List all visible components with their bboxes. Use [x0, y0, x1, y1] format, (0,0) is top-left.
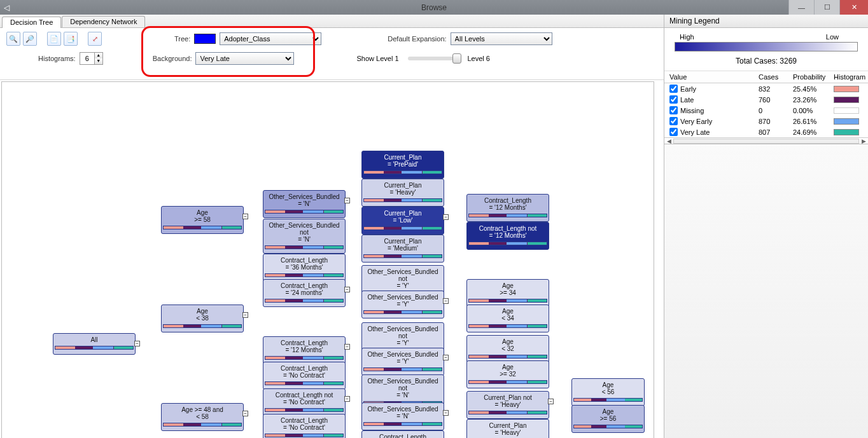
legend-item[interactable]: Very Early — [669, 117, 756, 125]
tree-node[interactable]: Contract_Length not = '12 Months' — [466, 222, 549, 250]
expand-toggle-icon[interactable]: − — [134, 341, 140, 346]
node-histogram — [363, 310, 442, 314]
legend-item[interactable]: Late — [669, 95, 756, 104]
node-label: Contract_Length not = 'No Contract' — [265, 392, 344, 406]
histograms-spinner[interactable]: ▲ ▼ — [80, 52, 103, 65]
node-label: Other_Services_Bundled = 'Y' — [363, 294, 442, 308]
legend-item[interactable]: Missing — [669, 106, 756, 114]
legend-scroll-left-icon[interactable]: ◀ — [664, 138, 673, 144]
legend-scroll-track[interactable] — [673, 139, 859, 144]
level-slider-thumb[interactable] — [452, 53, 461, 64]
col-value: Value — [669, 73, 756, 81]
default-expansion-select[interactable]: All Levels — [451, 32, 552, 45]
expand-toggle-icon[interactable]: − — [443, 355, 449, 360]
expand-toggle-icon[interactable]: − — [443, 214, 449, 220]
tree-node[interactable]: Age >= 34 — [466, 279, 549, 307]
fit-icon[interactable]: ⤢ — [88, 32, 102, 46]
tree-node[interactable]: Age >= 48 and < 58 — [161, 403, 244, 431]
legend-detail-area — [664, 144, 868, 438]
level-slider[interactable] — [408, 57, 459, 60]
mining-legend-panel: Mining Legend High Low Total Cases: 3269… — [664, 15, 868, 438]
expand-toggle-icon[interactable]: − — [344, 287, 350, 292]
tree-node[interactable]: Other_Services_Bundled not = 'N' — [263, 219, 346, 254]
tree-node[interactable]: Current_Plan = 'PrePaid' — [361, 151, 444, 179]
tree-node[interactable]: Current_Plan not = 'Heavy' — [466, 391, 549, 419]
zoom-out-icon[interactable]: 🔎 — [23, 32, 37, 46]
tree-node[interactable]: Age < 32 — [466, 335, 549, 363]
node-label: Contract_Length = '36 Months' — [265, 257, 344, 271]
expand-toggle-icon[interactable]: − — [242, 214, 248, 219]
expand-toggle-icon[interactable]: − — [344, 198, 350, 203]
histograms-input[interactable] — [80, 53, 94, 64]
node-histogram — [363, 254, 442, 258]
maximize-button[interactable]: ☐ — [814, 0, 839, 15]
copy-icon[interactable]: 📄 — [47, 32, 61, 46]
legend-hscroll[interactable]: ◀ ▶ — [664, 137, 868, 144]
legend-checkbox[interactable] — [669, 85, 678, 93]
tab-decision-tree[interactable]: Decision Tree — [2, 17, 61, 28]
tree-node[interactable]: Contract_Length = 'No Contract' — [263, 414, 346, 438]
minimize-button[interactable]: — — [788, 0, 814, 15]
tree-node[interactable]: Other_Services_Bundled = 'Y' — [361, 291, 444, 318]
legend-item[interactable]: Very Late — [669, 128, 756, 136]
tree-color-swatch — [194, 34, 216, 44]
tree-node[interactable]: All — [53, 333, 136, 355]
node-label: Age >= 34 — [468, 282, 547, 296]
expand-toggle-icon[interactable]: − — [344, 396, 350, 402]
legend-checkbox[interactable] — [669, 128, 678, 136]
expand-toggle-icon[interactable]: − — [443, 298, 449, 304]
show-level-right: Level 6 — [468, 55, 490, 62]
tree-node[interactable]: Contract_Length = 'No Contract' — [361, 430, 444, 438]
expand-toggle-icon[interactable]: − — [548, 399, 554, 404]
close-button[interactable]: ✕ — [839, 0, 868, 15]
spinner-up-icon[interactable]: ▲ — [94, 53, 102, 58]
spinner-down-icon[interactable]: ▼ — [94, 58, 102, 64]
expand-toggle-icon[interactable]: − — [443, 410, 449, 416]
expand-toggle-icon[interactable]: − — [242, 312, 248, 318]
zoom-in-icon[interactable]: 🔍 — [6, 32, 20, 46]
legend-swatch — [834, 129, 859, 135]
tree-node[interactable]: Age < 38 — [161, 305, 244, 332]
tree-node[interactable]: Current_Plan = 'Heavy' — [466, 419, 549, 438]
histograms-label: Histograms: — [38, 55, 76, 62]
node-label: Contract_Length = 'No Contract' — [363, 434, 442, 438]
expand-toggle-icon[interactable]: − — [242, 411, 248, 416]
tree-canvas-wrap[interactable]: AllAge >= 58Age < 38Age >= 48 and < 58Ag… — [0, 80, 664, 438]
tree-node[interactable]: Current_Plan = 'Low' — [361, 207, 444, 235]
app-icon: ◁ — [4, 3, 10, 12]
legend-checkbox[interactable] — [669, 117, 678, 125]
tree-select[interactable]: Adopter_Class — [220, 32, 321, 45]
tree-canvas[interactable]: AllAge >= 58Age < 38Age >= 48 and < 58Ag… — [1, 81, 654, 438]
tree-node[interactable]: Contract_Length = '24 months' — [263, 279, 346, 307]
tree-node[interactable]: Current_Plan = 'Heavy' — [361, 179, 444, 207]
tree-node[interactable]: Age >= 32 — [466, 360, 549, 388]
tree-node[interactable]: Age < 34 — [466, 305, 549, 332]
node-histogram — [265, 245, 344, 249]
background-select[interactable]: Very Late — [195, 52, 294, 65]
tree-node[interactable]: Contract_Length = '12 Months' — [466, 194, 549, 222]
tree-node[interactable]: Age >= 58 — [161, 206, 244, 234]
tab-dependency-network[interactable]: Dependency Network — [62, 16, 145, 27]
legend-prob: 24.69% — [793, 128, 831, 136]
tree-node[interactable]: Contract_Length not = 'No Contract' — [263, 388, 346, 416]
legend-checkbox[interactable] — [669, 95, 678, 104]
tree-node[interactable]: Contract_Length = '36 Months' — [263, 254, 346, 282]
legend-scroll-right-icon[interactable]: ▶ — [859, 138, 868, 144]
tree-node[interactable]: Age >= 56 — [571, 405, 645, 433]
legend-row: Missing00.00% — [664, 105, 868, 116]
tree-node[interactable]: Current_Plan = 'Medium' — [361, 235, 444, 263]
expand-toggle-icon[interactable]: − — [344, 344, 350, 350]
tree-node[interactable]: Other_Services_Bundled = 'Y' — [361, 348, 444, 376]
legend-checkbox[interactable] — [669, 106, 678, 114]
tree-node[interactable]: Contract_Length = '12 Months' — [263, 336, 346, 364]
tree-node[interactable]: Age < 56 — [571, 378, 645, 406]
tree-node[interactable]: Other_Services_Bundled = 'N' — [361, 402, 444, 430]
node-label: Contract_Length = '12 Months' — [265, 339, 344, 353]
tree-node[interactable]: Contract_Length = 'No Contract' — [263, 362, 346, 390]
legend-cases: 832 — [759, 85, 790, 93]
legend-row: Very Early87026.61% — [664, 116, 868, 127]
tree-node[interactable]: Other_Services_Bundled = 'N' — [263, 190, 346, 218]
node-histogram — [573, 425, 643, 428]
copy-all-icon[interactable]: 📑 — [64, 32, 78, 46]
legend-item[interactable]: Early — [669, 85, 756, 93]
